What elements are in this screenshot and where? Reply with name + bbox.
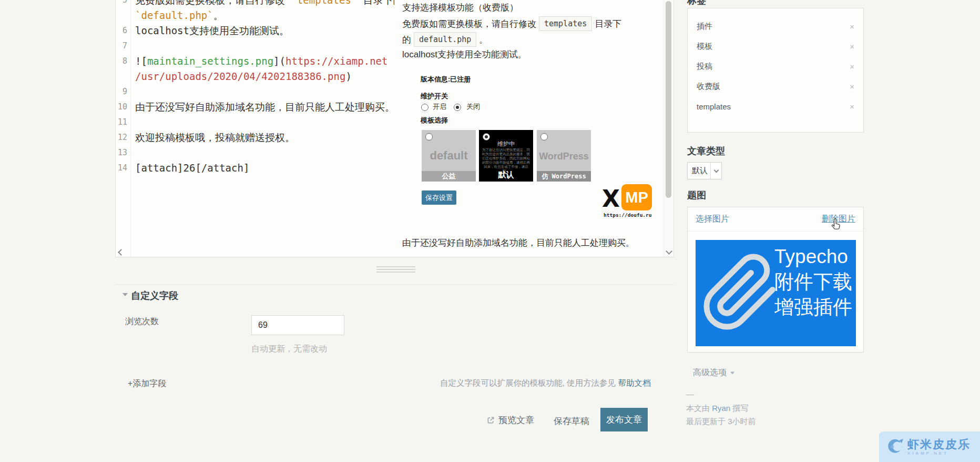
preview-article-label: 预览文章 xyxy=(498,414,534,426)
thumb-tag: 仿 WordPress xyxy=(537,171,591,182)
maintain-switch-label: 维护开关 xyxy=(421,92,448,101)
editor-text: 由于还没写好自助添加域名功能，目前只能人工处理购买。 xyxy=(135,101,395,113)
tag-label: 收费版 xyxy=(697,82,720,92)
editor-code-token: `default.php` xyxy=(135,9,213,21)
preview-text: 目录下 xyxy=(595,19,621,29)
editor-row: /usr/uploads/2020/04/4202188386.png) xyxy=(116,69,395,84)
line-number: 10 xyxy=(116,99,127,115)
tags-box: 插件 × 模板 × 投稿 × 收费版 × templates × xyxy=(687,8,864,133)
editor-row: 6 localhost支持使用全功能测试。 xyxy=(116,23,395,38)
xmp-logo-x: X xyxy=(602,185,620,212)
site-watermark: 虾米皮皮乐 XIAMP.NET xyxy=(879,431,980,462)
publish-button[interactable]: 发布文章 xyxy=(600,408,648,431)
field-label: 浏览次数 xyxy=(125,316,159,327)
editor-text: ]( xyxy=(273,55,285,67)
editor-row: 5 免费版如需更换模板，请自行修改 `templates` 目录下的 xyxy=(116,0,395,8)
editor-scroll-left-icon[interactable] xyxy=(118,249,125,256)
paperclip-icon xyxy=(700,252,781,334)
editor-row: 7 xyxy=(116,38,395,54)
preview-scrollbar[interactable] xyxy=(663,0,673,257)
collapse-triangle-icon[interactable] xyxy=(122,293,128,296)
thumb-tag: 公益 xyxy=(422,171,476,182)
remove-tag-icon[interactable]: × xyxy=(850,62,854,71)
editor-url-token: /usr/uploads/2020/04/4202188386.png xyxy=(135,71,345,82)
line-number: 8 xyxy=(116,54,127,69)
field-value-input[interactable] xyxy=(251,315,344,335)
tag-label: templates xyxy=(697,102,731,111)
fields-help: 自定义字段可以扩展你的模板功能, 使用方法参见 帮助文档 xyxy=(440,378,650,389)
page: { "editor": { "rows": [ {"num":"5","s0":… xyxy=(0,0,980,462)
editor-row: 10 由于还没写好自助添加域名功能，目前只能人工处理购买。 xyxy=(116,99,395,115)
thumb-radio xyxy=(483,133,490,140)
watermark-title: 虾米皮皮乐 xyxy=(907,438,971,451)
featured-image[interactable]: Typecho 附件下载 增强插件 xyxy=(696,240,856,346)
byline-suffix: 撰写 xyxy=(730,404,748,413)
article-type-select[interactable]: 默认 xyxy=(687,162,722,179)
mouse-cursor-icon xyxy=(830,218,841,232)
line-number: 14 xyxy=(116,160,127,176)
author-link[interactable]: Ryan xyxy=(712,404,730,413)
editor-row: 9 xyxy=(116,84,395,99)
preview-paragraph: 的default.php。 xyxy=(402,32,488,47)
fields-help-text: 自定义字段可以扩展你的模板功能, 使用方法参见 xyxy=(440,378,618,387)
tag-row: templates × xyxy=(688,96,863,116)
byline: 本文由 Ryan 撰写 xyxy=(686,404,748,414)
preview-paragraph: 支持选择模板功能（收费版） xyxy=(402,2,518,14)
article-type-title: 文章类型 xyxy=(687,145,725,157)
editor-row: 13 xyxy=(116,145,395,160)
remove-tag-icon[interactable]: × xyxy=(850,82,854,91)
editor-text: 欢迎投稿模板哦，投稿就赠送授权。 xyxy=(135,132,295,143)
template-thumb-wordpress: WordPress 仿 WordPress xyxy=(537,130,591,182)
remove-tag-icon[interactable]: × xyxy=(850,102,854,111)
external-link-icon xyxy=(487,416,495,424)
editor-text: ![ xyxy=(135,55,147,67)
template-select-label: 模板选择 xyxy=(421,116,448,125)
scroll-down-icon[interactable] xyxy=(666,248,672,255)
line-number: 7 xyxy=(116,38,127,54)
tag-row: 收费版 × xyxy=(688,76,863,96)
add-field-button[interactable]: +添加字段 xyxy=(128,378,166,389)
line-number xyxy=(116,8,127,23)
xmp-logo-mp: MP xyxy=(621,184,652,210)
xmp-logo-url: https://doufu.ru xyxy=(604,212,652,218)
advanced-options-toggle[interactable]: 高级选项 xyxy=(693,367,735,378)
preview-paragraph: 由于还没写好自助添加域名功能，目前只能人工处理购买。 xyxy=(402,237,635,249)
custom-fields-title[interactable]: 自定义字段 xyxy=(131,289,178,302)
remove-tag-icon[interactable]: × xyxy=(850,42,854,51)
line-number: 5 xyxy=(116,0,127,8)
editor-text: [attach]26[/attach] xyxy=(135,162,249,174)
shrimp-logo-icon xyxy=(884,436,905,457)
byline-prefix: 本文由 xyxy=(686,404,712,413)
radio-on-label: 开启 xyxy=(433,102,446,112)
featured-text-line: 附件下载 xyxy=(774,269,852,295)
featured-text-line: Typecho xyxy=(774,244,848,269)
thumb-title: default xyxy=(422,149,476,163)
editor-text: localhost支持使用全功能测试。 xyxy=(135,25,289,36)
tag-label: 插件 xyxy=(697,22,712,32)
editor-text: 。 xyxy=(213,9,223,21)
template-thumb-maintenance: 维护中 为了能让您访问更快更稳定，同时为您提供更高品质的服务，我们正在维护系统，… xyxy=(479,130,533,182)
select-image-link[interactable]: 选择图片 xyxy=(696,214,729,225)
preview-text: 免费版如需更换模板，请自行修改 xyxy=(402,19,536,29)
line-number: 11 xyxy=(116,115,127,130)
line-number: 13 xyxy=(116,145,127,160)
editor-text: 免费版如需更换模板，请自行修改 xyxy=(135,0,291,6)
save-draft-button[interactable]: 保存草稿 xyxy=(554,415,589,427)
featured-image-title: 题图 xyxy=(687,189,706,202)
editor-code-token: `templates` xyxy=(291,0,357,6)
scrollbar-thumb[interactable] xyxy=(666,1,671,198)
line-number xyxy=(116,69,127,84)
editor-row: 11 xyxy=(116,115,395,130)
resize-handle[interactable] xyxy=(376,266,415,274)
line-number: 6 xyxy=(116,23,127,38)
markdown-editor-pane[interactable]: 5 免费版如需更换模板，请自行修改 `templates` 目录下的 `defa… xyxy=(115,0,395,257)
editor-row: 8 ![maintain_settings.png](https://xiamp… xyxy=(116,54,395,69)
remove-tag-icon[interactable]: × xyxy=(850,22,854,31)
editor-row: `default.php`。 xyxy=(116,8,395,23)
editor-text: ) xyxy=(345,71,351,82)
preview-article-button[interactable]: 预览文章 xyxy=(487,414,534,426)
preview-text: 的 xyxy=(402,35,411,45)
help-doc-link[interactable]: 帮助文档 xyxy=(618,378,650,387)
meta-dash: — xyxy=(686,389,694,398)
field-hint: 自动更新，无需改动 xyxy=(251,344,327,355)
